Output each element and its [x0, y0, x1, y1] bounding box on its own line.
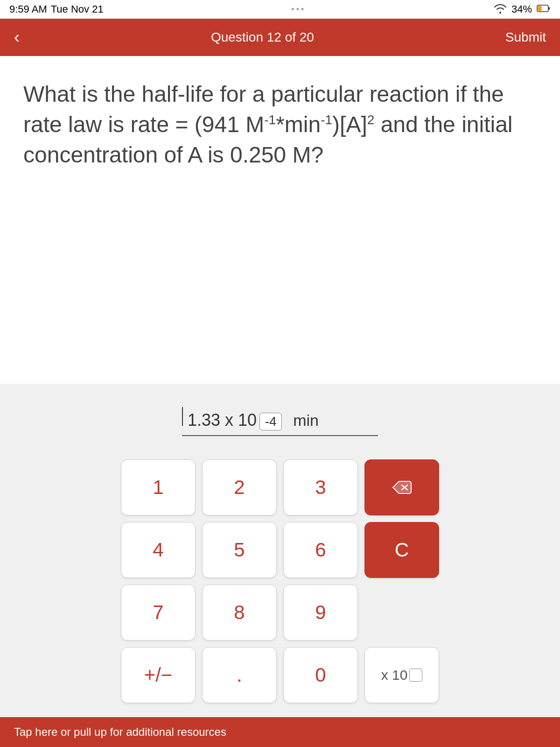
key-4[interactable]: 4: [121, 522, 196, 578]
page: 9:59 AM Tue Nov 21 ••• 34%: [0, 0, 560, 747]
status-bar-left: 9:59 AM Tue Nov 21: [9, 3, 104, 15]
keypad: 1 2 3 4 5 6 C 7 8 9 +/− .: [112, 459, 448, 703]
battery-percentage: 34%: [511, 3, 532, 15]
answer-value: 1.33 x 10 -4: [182, 407, 282, 430]
input-section: 1.33 x 10 -4 min 1 2 3 4 5 6 C: [0, 384, 560, 717]
question-text: What is the half-life for a particular r…: [23, 79, 537, 170]
content-area: What is the half-life for a particular r…: [0, 56, 560, 384]
svg-rect-1: [548, 7, 550, 10]
exponent-box[interactable]: -4: [259, 413, 282, 430]
key-0[interactable]: 0: [283, 647, 358, 703]
answer-display: 1.33 x 10 -4 min: [182, 407, 378, 436]
key-decimal[interactable]: .: [202, 647, 277, 703]
x10-exponent-box: [409, 669, 422, 682]
status-dots: •••: [291, 5, 306, 14]
status-time: 9:59 AM: [9, 3, 47, 15]
key-5[interactable]: 5: [202, 522, 277, 578]
status-date: Tue Nov 21: [51, 3, 104, 15]
key-9[interactable]: 9: [283, 585, 358, 641]
nav-bar: ‹ Question 12 of 20 Submit: [0, 19, 560, 56]
bottom-bar-text: Tap here or pull up for additional resou…: [14, 726, 226, 738]
wifi-icon: [494, 3, 507, 16]
key-3[interactable]: 3: [283, 459, 358, 515]
empty-cell: [364, 585, 439, 641]
bottom-bar[interactable]: Tap here or pull up for additional resou…: [0, 717, 560, 747]
backspace-button[interactable]: [364, 459, 439, 515]
question-counter: Question 12 of 20: [20, 30, 505, 45]
svg-rect-2: [538, 6, 542, 11]
submit-button[interactable]: Submit: [505, 30, 546, 45]
status-bar: 9:59 AM Tue Nov 21 ••• 34%: [0, 0, 560, 19]
key-8[interactable]: 8: [202, 585, 277, 641]
mantissa: 1.33 x 10: [188, 410, 257, 430]
status-bar-right: 34%: [494, 3, 551, 16]
key-x10[interactable]: x 10: [364, 647, 439, 703]
question-area: What is the half-life for a particular r…: [0, 56, 560, 184]
key-7[interactable]: 7: [121, 585, 196, 641]
x10-label: x 10: [381, 667, 408, 683]
answer-unit: min: [293, 411, 319, 430]
key-2[interactable]: 2: [202, 459, 277, 515]
battery-icon: [537, 4, 551, 15]
key-6[interactable]: 6: [283, 522, 358, 578]
cursor: [182, 407, 183, 426]
key-plusminus[interactable]: +/−: [121, 647, 196, 703]
clear-button[interactable]: C: [364, 522, 439, 578]
back-button[interactable]: ‹: [14, 28, 20, 47]
key-1[interactable]: 1: [121, 459, 196, 515]
